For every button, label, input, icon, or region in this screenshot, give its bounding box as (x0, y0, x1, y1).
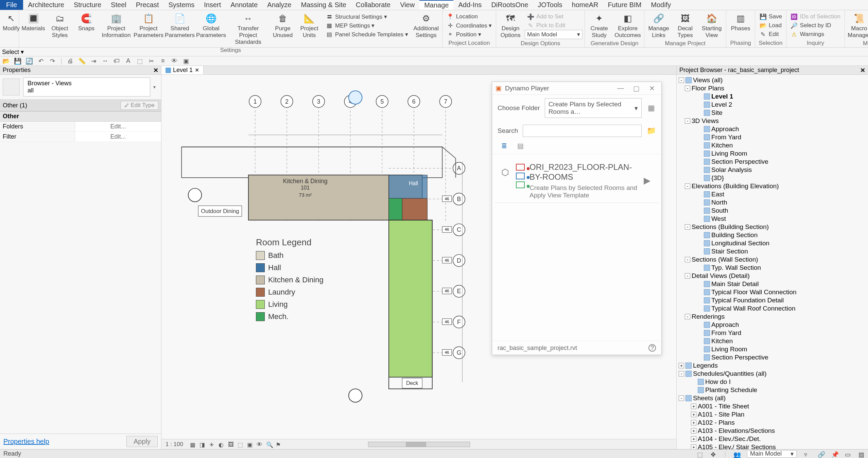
menu-tab-homear[interactable]: homeAR (567, 0, 603, 10)
project-parameters-button[interactable]: 📋Project Parameters (134, 12, 163, 39)
workset-icon[interactable]: 👥 (733, 451, 740, 457)
explore-outcomes-button[interactable]: ◧Explore Outcomes (613, 12, 642, 39)
menu-tab-precast[interactable]: Precast (131, 0, 164, 10)
type-selector[interactable]: Browser - Views all ▾ (0, 75, 161, 100)
menu-tab-view[interactable]: View (395, 0, 419, 10)
macro-manager-button[interactable]: 📜Macro Manager (847, 12, 868, 39)
category-header-other[interactable]: Other (0, 111, 161, 122)
tree-node[interactable]: Typical Floor Wall Connection (679, 288, 866, 296)
tree-node[interactable]: -Sheets (all) (679, 394, 866, 402)
tree-node[interactable]: +Legends (679, 362, 866, 370)
materials-button[interactable]: 🔳Materials (21, 12, 46, 33)
menu-tab-insert[interactable]: Insert (199, 0, 226, 10)
reveal-icon[interactable]: 🔍 (266, 441, 272, 447)
position-button[interactable]: ⌖Position ▾ (445, 30, 494, 39)
file-menu[interactable]: File (0, 0, 23, 10)
collapse-icon[interactable]: - (685, 224, 690, 230)
project-units-button[interactable]: 📐Project Units (297, 12, 322, 39)
tree-node[interactable]: Stair Section (679, 247, 866, 256)
detail-view-button[interactable]: ▤ (515, 142, 525, 150)
close-hidden-icon[interactable]: 👁 (171, 58, 178, 65)
tree-node[interactable]: Typical Foundation Detail (679, 296, 866, 304)
edit-selection-button[interactable]: ✎Edit (757, 30, 784, 39)
select-by-id-button[interactable]: 🔎Select by ID (788, 21, 843, 30)
save-selection-button[interactable]: 💾Save (757, 12, 784, 21)
open-icon[interactable]: 📂 (3, 58, 10, 65)
purge-unused-button[interactable]: 🗑Purge Unused (271, 12, 295, 39)
link-select-icon[interactable]: 🔗 (818, 451, 824, 457)
collapse-icon[interactable]: - (685, 314, 690, 319)
menu-tab-manage[interactable]: Manage (419, 0, 453, 10)
expand-icon[interactable]: + (691, 436, 696, 442)
menu-tab-massing-site[interactable]: Massing & Site (296, 0, 351, 10)
tree-node[interactable]: -Floor Plans (679, 84, 866, 92)
drawing-canvas[interactable]: 1 2 3 4 5 6 7 A B46 C46 D46 E46 F46 G46 (161, 75, 676, 439)
main-model-selector[interactable]: Main Model▾ (747, 450, 797, 458)
background-icon[interactable]: ▨ (858, 451, 865, 457)
detail-level-icon[interactable]: ▦ (190, 441, 196, 447)
starting-view-button[interactable]: 🏠Starting View (699, 12, 724, 39)
select-dropdown[interactable]: Select ▾ (2, 48, 24, 56)
expand-icon[interactable]: + (691, 404, 696, 409)
expand-icon[interactable]: + (679, 363, 684, 368)
save-icon[interactable]: 💾 (14, 58, 21, 65)
structural-settings-button[interactable]: 〓Structural Settings ▾ (324, 12, 410, 21)
coordinates-button[interactable]: ✛Coordinates ▾ (445, 21, 494, 30)
help-icon[interactable]: ? (648, 344, 656, 352)
collapse-icon[interactable]: - (685, 273, 690, 279)
rendering-icon[interactable]: 🖼 (228, 441, 234, 447)
dynamo-titlebar[interactable]: ▣ Dynamo Player — ▢ ✕ (492, 82, 661, 95)
edit-type-button[interactable]: 🖉Edit Type (121, 101, 158, 110)
tree-node[interactable]: Typical Wall Roof Connection (679, 304, 866, 313)
maximize-button[interactable]: ▢ (630, 84, 642, 92)
close-button[interactable]: ✕ (646, 84, 658, 92)
edit-folders-button[interactable]: Edit... (75, 122, 161, 131)
tree-node[interactable]: -Elevations (Building Elevation) (679, 182, 866, 190)
decal-types-button[interactable]: 🖼Decal Types (673, 12, 697, 39)
tree-node[interactable]: Approach (679, 321, 866, 329)
mep-settings-button[interactable]: ▦MEP Settings ▾ (324, 21, 410, 30)
create-study-button[interactable]: ✦Create Study (587, 12, 611, 39)
tree-node[interactable]: +A105 - Elev./ Stair Sections (679, 443, 866, 449)
tree-node[interactable]: Level 1 (679, 92, 866, 101)
tree-node[interactable]: -Sections (Wall Section) (679, 256, 866, 264)
close-icon[interactable]: ✕ (860, 67, 865, 74)
align-icon[interactable]: ⇥ (90, 58, 97, 65)
tree-node[interactable]: Living Room (679, 149, 866, 158)
collapse-icon[interactable]: - (679, 371, 684, 376)
additional-settings-button[interactable]: ⚙Additional Settings (412, 12, 440, 39)
tree-node[interactable]: Section Perspective (679, 158, 866, 166)
expand-icon[interactable]: + (691, 428, 696, 434)
print-icon[interactable]: 🖨 (67, 58, 74, 65)
menu-tab-structure[interactable]: Structure (69, 0, 106, 10)
tree-node[interactable]: Kitchen (679, 337, 866, 345)
crop-view-icon[interactable]: ⬚ (238, 441, 244, 447)
menu-tab-collaborate[interactable]: Collaborate (351, 0, 395, 10)
location-button[interactable]: 📍Location (445, 12, 494, 21)
scale-selector[interactable]: 1 : 100 (166, 441, 183, 448)
tree-node[interactable]: Building Section (679, 231, 866, 239)
text-icon[interactable]: A (125, 58, 132, 65)
tree-node[interactable]: Site (679, 109, 866, 117)
face-select-icon[interactable]: ▭ (845, 451, 851, 457)
tree-node[interactable]: Level 2 (679, 101, 866, 109)
tree-node[interactable]: +A103 - Elevations/Sections (679, 427, 866, 435)
modify-tool[interactable]: ↖Modify (2, 12, 20, 33)
tree-node[interactable]: -Renderings (679, 313, 866, 321)
tree-node[interactable]: +A101 - Site Plan (679, 410, 866, 419)
drag-icon[interactable]: ✥ (711, 451, 717, 457)
pin-select-icon[interactable]: 📌 (831, 451, 837, 457)
snaps-button[interactable]: 🧲Snaps (74, 12, 99, 33)
design-option-selector[interactable]: Main Model▾ (525, 30, 583, 39)
tree-node[interactable]: -3D Views (679, 117, 866, 125)
filter-icon[interactable]: ▿ (804, 451, 810, 457)
tree-node[interactable]: Section Perspective (679, 353, 866, 362)
menu-tab-add-ins[interactable]: Add-Ins (453, 0, 486, 10)
selection-toggle-icon[interactable]: ⬚ (697, 451, 703, 457)
horizontal-scrollbar[interactable] (368, 442, 470, 447)
phases-button[interactable]: ▥Phases (728, 12, 753, 33)
menu-tab-steel[interactable]: Steel (106, 0, 131, 10)
tree-node[interactable]: How do I (679, 378, 866, 386)
folder-dropdown[interactable]: Create Plans by Selected Rooms a… ▾ (545, 98, 642, 118)
tree-node[interactable]: From Yard (679, 329, 866, 337)
